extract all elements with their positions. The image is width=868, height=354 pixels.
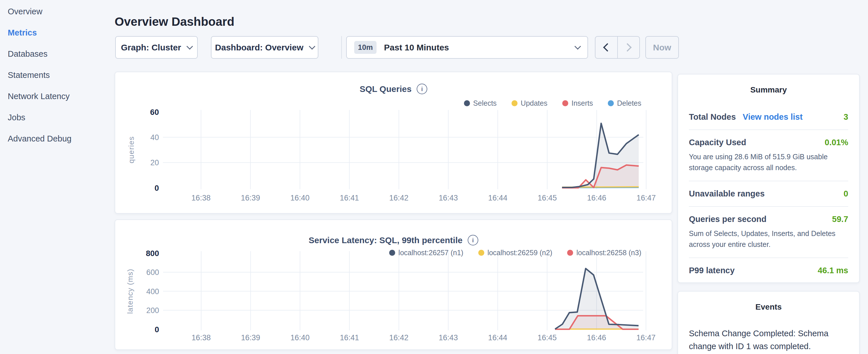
capacity-used-value: 0.01% bbox=[825, 138, 848, 147]
legend-dot-icon bbox=[562, 100, 568, 106]
svg-text:16:44: 16:44 bbox=[488, 194, 507, 202]
divider bbox=[689, 181, 848, 181]
time-range-dropdown[interactable]: 10m Past 10 Minutes bbox=[346, 36, 588, 59]
svg-text:16:43: 16:43 bbox=[439, 333, 458, 342]
svg-text:16:42: 16:42 bbox=[389, 194, 408, 202]
legend-label: Inserts bbox=[571, 99, 593, 107]
legend-label: Deletes bbox=[617, 99, 641, 107]
events-panel: Events Schema Change Completed: Schema c… bbox=[677, 291, 860, 354]
svg-text:latency (ms): latency (ms) bbox=[126, 269, 134, 314]
sidebar: OverviewMetricsDatabasesStatementsNetwor… bbox=[0, 0, 115, 354]
qps-value: 59.7 bbox=[832, 215, 848, 224]
svg-text:600: 600 bbox=[147, 268, 159, 277]
svg-text:20: 20 bbox=[150, 158, 159, 167]
legend-item[interactable]: localhost:26259 (n2) bbox=[478, 249, 553, 257]
legend-item[interactable]: Updates bbox=[512, 99, 547, 107]
sidebar-item-metrics[interactable]: Metrics bbox=[8, 28, 115, 37]
chart-legend: localhost:26257 (n1)localhost:26259 (n2)… bbox=[389, 249, 641, 257]
legend-label: localhost:26258 (n3) bbox=[576, 249, 641, 257]
sidebar-item-databases[interactable]: Databases bbox=[8, 49, 115, 59]
unavailable-ranges-value: 0 bbox=[844, 189, 848, 198]
graph-dropdown-label: Graph: Cluster bbox=[121, 43, 181, 53]
total-nodes-label: Total Nodes bbox=[689, 112, 736, 122]
svg-text:16:38: 16:38 bbox=[191, 194, 211, 202]
sql-queries-chart-card: SQL Queries SelectsUpdatesInsertsDeletes… bbox=[115, 72, 672, 214]
divider bbox=[689, 206, 848, 207]
legend-label: localhost:26259 (n2) bbox=[488, 249, 553, 257]
graph-dropdown[interactable]: Graph: Cluster bbox=[115, 36, 198, 59]
legend-label: Updates bbox=[521, 99, 547, 107]
svg-text:16:43: 16:43 bbox=[439, 194, 458, 202]
time-range-badge: 10m bbox=[354, 41, 376, 54]
svg-text:16:40: 16:40 bbox=[290, 194, 309, 202]
sidebar-item-advanced-debug[interactable]: Advanced Debug bbox=[8, 134, 115, 143]
chart-title-row: Service Latency: SQL, 99th percentile bbox=[115, 235, 672, 246]
svg-text:16:42: 16:42 bbox=[389, 333, 408, 342]
svg-text:60: 60 bbox=[150, 108, 159, 117]
now-button[interactable]: Now bbox=[645, 36, 679, 59]
info-icon[interactable] bbox=[417, 84, 427, 94]
svg-text:16:38: 16:38 bbox=[191, 333, 211, 342]
page-title: Overview Dashboard bbox=[115, 15, 235, 29]
chevron-down-icon bbox=[309, 43, 315, 50]
summary-panel: Summary Total Nodes View nodes list 3 Ca… bbox=[677, 74, 860, 283]
p99-latency-value: 46.1 ms bbox=[818, 266, 848, 275]
legend-item[interactable]: localhost:26257 (n1) bbox=[389, 249, 463, 257]
event-item[interactable]: Schema Change Completed: Schema change w… bbox=[689, 327, 848, 354]
sidebar-item-overview[interactable]: Overview bbox=[8, 7, 115, 16]
svg-text:40: 40 bbox=[150, 133, 159, 142]
dashboard-dropdown-label: Dashboard: Overview bbox=[215, 43, 303, 53]
view-nodes-list-link[interactable]: View nodes list bbox=[743, 112, 803, 122]
arrow-right-icon bbox=[623, 43, 631, 52]
legend-item[interactable]: Deletes bbox=[608, 99, 641, 107]
controls-bar: Graph: Cluster Dashboard: Overview 10m P… bbox=[115, 36, 868, 59]
prev-time-button[interactable] bbox=[595, 37, 618, 58]
total-nodes-value: 3 bbox=[844, 112, 848, 122]
svg-text:16:39: 16:39 bbox=[241, 194, 260, 202]
capacity-used-note: You are using 28.6 MiB of 515.9 GiB usab… bbox=[689, 151, 848, 173]
sidebar-item-jobs[interactable]: Jobs bbox=[8, 113, 115, 122]
chevron-down-icon bbox=[575, 43, 581, 50]
chevron-down-icon bbox=[187, 43, 193, 50]
info-icon[interactable] bbox=[468, 235, 478, 246]
capacity-used-label: Capacity Used bbox=[689, 138, 746, 147]
chart-title: SQL Queries bbox=[360, 84, 411, 94]
svg-text:16:45: 16:45 bbox=[537, 333, 557, 342]
legend-dot-icon bbox=[478, 250, 484, 256]
summary-heading: Summary bbox=[689, 85, 848, 95]
events-heading: Events bbox=[689, 302, 848, 312]
chart-legend: SelectsUpdatesInsertsDeletes bbox=[464, 99, 641, 107]
svg-text:16:40: 16:40 bbox=[290, 333, 309, 342]
summary-row-qps: Queries per second 59.7 bbox=[689, 215, 848, 224]
legend-label: localhost:26257 (n1) bbox=[398, 249, 463, 257]
legend-item[interactable]: Selects bbox=[464, 99, 497, 107]
legend-item[interactable]: localhost:26258 (n3) bbox=[567, 249, 641, 257]
summary-row-capacity: Capacity Used 0.01% bbox=[689, 138, 848, 147]
svg-text:400: 400 bbox=[147, 287, 159, 296]
sidebar-item-network-latency[interactable]: Network Latency bbox=[8, 92, 115, 101]
event-text: Schema Change Completed: Schema change w… bbox=[689, 327, 848, 353]
sidebar-nav: OverviewMetricsDatabasesStatementsNetwor… bbox=[0, 7, 115, 143]
divider bbox=[689, 129, 848, 130]
svg-text:queries: queries bbox=[127, 136, 135, 163]
legend-dot-icon bbox=[608, 100, 614, 106]
sidebar-item-statements[interactable]: Statements bbox=[8, 70, 115, 80]
svg-text:0: 0 bbox=[154, 184, 159, 192]
next-time-button[interactable] bbox=[618, 37, 640, 58]
unavailable-ranges-label: Unavailable ranges bbox=[689, 189, 765, 198]
divider bbox=[689, 257, 848, 258]
legend-dot-icon bbox=[512, 100, 518, 106]
dashboard-dropdown[interactable]: Dashboard: Overview bbox=[211, 36, 318, 59]
summary-row-total-nodes: Total Nodes View nodes list 3 bbox=[689, 112, 848, 122]
svg-text:16:47: 16:47 bbox=[637, 194, 656, 202]
legend-item[interactable]: Inserts bbox=[562, 99, 593, 107]
svg-text:0: 0 bbox=[155, 325, 159, 334]
svg-text:16:45: 16:45 bbox=[537, 194, 557, 202]
time-pager bbox=[595, 36, 640, 59]
svg-text:200: 200 bbox=[147, 306, 159, 315]
arrow-left-icon bbox=[603, 43, 612, 52]
summary-row-p99: P99 latency 46.1 ms bbox=[689, 266, 848, 275]
svg-text:16:46: 16:46 bbox=[587, 333, 606, 342]
controls-divider bbox=[341, 36, 342, 59]
legend-dot-icon bbox=[567, 250, 573, 256]
